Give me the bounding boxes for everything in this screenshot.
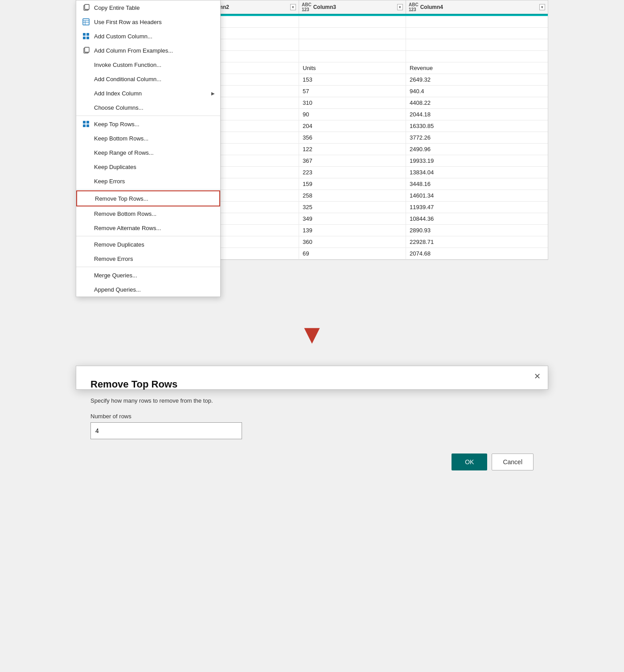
cell-col3: Units: [299, 62, 406, 74]
cell-col3: 153: [299, 74, 406, 85]
menu-icon-remove-bottom-rows: [82, 209, 90, 218]
menu-item-remove-errors[interactable]: Remove Errors: [76, 251, 220, 266]
cell-col3: 258: [299, 190, 406, 201]
menu-icon-add-custom-column: [82, 32, 90, 41]
menu-icon-remove-top-rows: [82, 194, 91, 203]
svg-rect-9: [86, 37, 89, 39]
menu-divider: [76, 236, 220, 236]
dialog-rows-input[interactable]: [90, 422, 242, 439]
menu-item-copy-entire-table[interactable]: Copy Entire Table: [76, 0, 220, 15]
menu-icon-keep-errors: [82, 177, 90, 186]
dialog-buttons: OK Cancel: [90, 453, 534, 470]
menu-item-keep-range-of-rows[interactable]: Keep Range of Rows...: [76, 145, 220, 160]
cell-col3: [299, 28, 406, 39]
col2-dropdown[interactable]: ▾: [290, 4, 296, 10]
svg-rect-11: [85, 47, 89, 52]
cell-col3: 90: [299, 109, 406, 120]
cell-col4: 14601.34: [406, 190, 548, 201]
menu-label-use-first-row-as-headers: Use First Row as Headers: [94, 19, 215, 25]
menu-icon-add-column-from-examples: [82, 46, 90, 55]
menu-item-remove-top-rows[interactable]: Remove Top Rows...: [76, 190, 220, 206]
menu-icon-remove-errors: [82, 254, 90, 263]
menu-icon-keep-duplicates: [82, 162, 90, 171]
menu-icon-invoke-custom-function: [82, 60, 90, 69]
cell-col4: 19933.19: [406, 155, 548, 166]
menu-label-choose-columns: Choose Columns...: [94, 104, 215, 111]
menu-label-add-custom-column: Add Custom Column...: [94, 33, 215, 40]
menu-item-append-queries[interactable]: Append Queries...: [76, 282, 220, 297]
menu-icon-remove-alternate-rows: [82, 223, 90, 232]
col3-label: Column3: [313, 4, 395, 10]
menu-label-keep-top-rows: Keep Top Rows...: [94, 121, 215, 128]
cell-col4: 2074.68: [406, 248, 548, 259]
menu-label-add-index-column: Add Index Column: [94, 90, 208, 97]
cell-col3: [299, 39, 406, 50]
dropdown-menu: Copy Entire TableUse First Row as Header…: [76, 0, 221, 297]
menu-label-merge-queries: Merge Queries...: [94, 272, 215, 279]
cell-col3: 223: [299, 167, 406, 178]
menu-label-keep-duplicates: Keep Duplicates: [94, 164, 215, 170]
col3-dropdown[interactable]: ▾: [397, 4, 403, 10]
menu-label-invoke-custom-function: Invoke Custom Function...: [94, 62, 215, 68]
ok-button[interactable]: OK: [452, 453, 487, 470]
menu-item-add-custom-column[interactable]: Add Custom Column...: [76, 29, 220, 43]
menu-icon-copy-entire-table: [82, 3, 90, 12]
col4-label: Column4: [420, 4, 538, 10]
menu-item-remove-duplicates[interactable]: Remove Duplicates: [76, 237, 220, 251]
menu-label-remove-errors: Remove Errors: [94, 256, 215, 262]
cell-col3: 122: [299, 144, 406, 155]
menu-item-add-conditional-column[interactable]: Add Conditional Column...: [76, 72, 220, 86]
cell-col4: 3448.16: [406, 178, 548, 190]
col4-dropdown[interactable]: ▾: [539, 4, 545, 10]
menu-item-choose-columns[interactable]: Choose Columns...: [76, 100, 220, 115]
cell-col3: 57: [299, 86, 406, 97]
menu-item-remove-alternate-rows[interactable]: Remove Alternate Rows...: [76, 221, 220, 235]
menu-item-add-column-from-examples[interactable]: Add Column From Examples...: [76, 43, 220, 58]
menu-divider: [76, 189, 220, 190]
cell-col4: 3772.26: [406, 132, 548, 143]
svg-rect-7: [86, 33, 89, 36]
menu-item-keep-errors[interactable]: Keep Errors: [76, 174, 220, 188]
menu-item-keep-top-rows[interactable]: Keep Top Rows...: [76, 117, 220, 131]
menu-icon-append-queries: [82, 285, 90, 294]
menu-label-keep-errors: Keep Errors: [94, 178, 215, 185]
cancel-button[interactable]: Cancel: [492, 453, 534, 470]
down-arrow: ▼: [299, 321, 325, 348]
menu-label-remove-top-rows: Remove Top Rows...: [95, 195, 214, 202]
menu-item-remove-bottom-rows[interactable]: Remove Bottom Rows...: [76, 206, 220, 221]
dialog-close-button[interactable]: ✕: [534, 371, 541, 381]
menu-label-remove-alternate-rows: Remove Alternate Rows...: [94, 225, 215, 231]
svg-rect-1: [85, 4, 89, 9]
cell-col4: [406, 51, 548, 62]
menu-item-use-first-row-as-headers[interactable]: Use First Row as Headers: [76, 15, 220, 29]
menu-item-invoke-custom-function[interactable]: Invoke Custom Function...: [76, 58, 220, 72]
cell-col4: 2490.96: [406, 144, 548, 155]
svg-rect-8: [83, 37, 86, 39]
cell-col3: [299, 16, 406, 27]
cell-col3: 356: [299, 132, 406, 143]
cell-col4: 2890.93: [406, 225, 548, 236]
cell-col3: 159: [299, 178, 406, 190]
col4-type-icon: ABC123: [409, 2, 419, 12]
menu-icon-keep-range-of-rows: [82, 148, 90, 157]
cell-col4: 11939.47: [406, 202, 548, 213]
cell-col4: [406, 16, 548, 27]
menu-item-keep-bottom-rows[interactable]: Keep Bottom Rows...: [76, 131, 220, 145]
cell-col3: 69: [299, 248, 406, 259]
menu-icon-add-index-column: [82, 89, 90, 98]
menu-item-keep-duplicates[interactable]: Keep Duplicates: [76, 160, 220, 174]
svg-rect-6: [83, 33, 86, 36]
cell-col3: 204: [299, 120, 406, 132]
menu-label-keep-bottom-rows: Keep Bottom Rows...: [94, 135, 215, 142]
menu-icon-keep-top-rows: [82, 120, 90, 128]
col-header-4: ABC123 Column4 ▾: [406, 0, 548, 14]
cell-col3: 367: [299, 155, 406, 166]
menu-divider: [76, 267, 220, 267]
menu-label-add-column-from-examples: Add Column From Examples...: [94, 47, 215, 54]
cell-col4: 22928.71: [406, 236, 548, 247]
cell-col3: [299, 51, 406, 62]
menu-item-merge-queries[interactable]: Merge Queries...: [76, 268, 220, 282]
svg-rect-13: [86, 121, 89, 124]
menu-item-add-index-column[interactable]: Add Index Column▶: [76, 86, 220, 100]
menu-icon-merge-queries: [82, 271, 90, 280]
